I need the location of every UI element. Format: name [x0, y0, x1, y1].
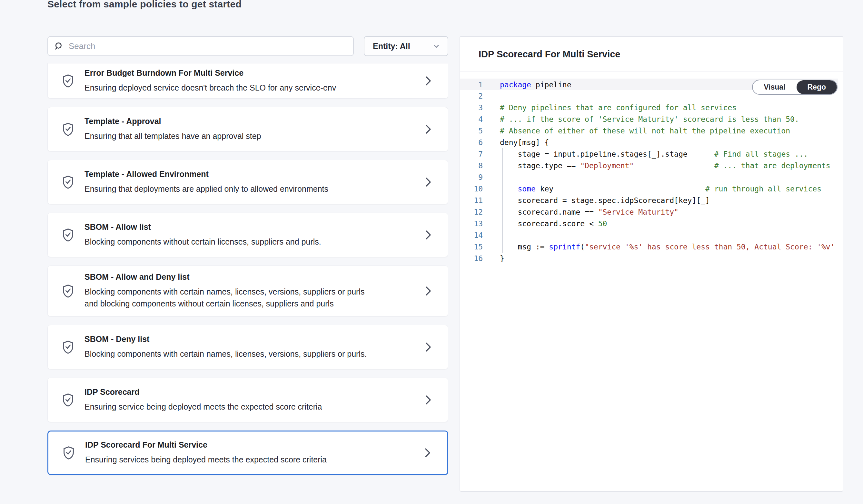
search-box [47, 36, 354, 56]
shield-check-icon [61, 283, 85, 299]
code-text: stage.type == "Deployment" # ... that ar… [483, 160, 830, 171]
code-text: msg := sprintf("service '%s' has score l… [483, 241, 835, 253]
code-line: 9 [460, 171, 843, 183]
policy-description: Ensuring that all templates have an appr… [85, 130, 375, 142]
policy-title: IDP Scorecard [85, 387, 375, 397]
code-text: } [483, 253, 504, 264]
policy-text: SBOM - Deny list Blocking components wit… [85, 335, 375, 360]
shield-check-icon [61, 174, 85, 190]
chevron-right-icon [424, 176, 435, 188]
code-text: # Absence of either of these will not ha… [483, 125, 790, 137]
policy-text: SBOM - Allow and Deny list Blocking comp… [85, 272, 375, 310]
policy-title: SBOM - Allow list [85, 222, 375, 232]
code-text [483, 230, 500, 241]
entity-filter-label: Entity: All [373, 41, 410, 51]
line-number: 7 [460, 148, 483, 160]
code-line: 6deny[msg] { [460, 137, 843, 148]
code-text: # Deny pipelines that are configured for… [483, 102, 737, 114]
policy-text: IDP Scorecard Ensuring service being dep… [85, 387, 375, 413]
policy-text: Template - Allowed Environment Ensuring … [85, 169, 375, 195]
policy-title: Error Budget Burndown For Multi Service [85, 68, 375, 78]
line-number: 16 [460, 253, 483, 264]
code-line: 12 scorecard.name == "Service Maturity" [460, 206, 843, 218]
line-number: 3 [460, 102, 483, 114]
policy-card[interactable]: Template - Approval Ensuring that all te… [47, 107, 448, 152]
code-line: 7 stage = input.pipeline.stages[_].stage… [460, 148, 843, 160]
code-text [483, 90, 500, 102]
indent-guide [502, 148, 503, 253]
policy-card[interactable]: IDP Scorecard For Multi Service Ensuring… [47, 430, 448, 475]
rego-code-editor[interactable]: 1package pipeline23# Deny pipelines that… [460, 79, 843, 484]
code-text: scorecard = stage.spec.idpScorecard[key]… [483, 195, 710, 206]
chevron-down-icon [432, 42, 440, 50]
code-text: deny[msg] { [483, 137, 549, 148]
code-line: 13 scorecard.score < 50 [460, 218, 843, 230]
policy-title: IDP Scorecard For Multi Service [85, 440, 375, 450]
policy-description: Blocking components with certain names, … [85, 286, 375, 310]
chevron-right-icon [424, 285, 435, 297]
code-text: scorecard.name == "Service Maturity" [483, 206, 678, 218]
code-text: stage = input.pipeline.stages[_].stage #… [483, 148, 808, 160]
code-text: scorecard.score < 50 [483, 218, 607, 230]
chevron-right-icon [424, 341, 435, 353]
policy-title: Template - Allowed Environment [85, 169, 375, 179]
detail-header: IDP Scorecard For Multi Service [460, 37, 843, 72]
policy-card[interactable]: Template - Allowed Environment Ensuring … [47, 160, 448, 204]
line-number: 8 [460, 160, 483, 171]
policy-text: Template - Approval Ensuring that all te… [85, 117, 375, 142]
toolbar: Entity: All [47, 36, 448, 56]
shield-check-icon [61, 227, 85, 243]
code-text: package pipeline [483, 79, 572, 90]
page-title: Select from sample policies to get start… [47, 0, 241, 10]
detail-title: IDP Scorecard For Multi Service [478, 49, 620, 60]
line-number: 6 [460, 137, 483, 148]
policy-title: SBOM - Deny list [85, 335, 375, 344]
policy-title: SBOM - Allow and Deny list [85, 272, 375, 282]
policy-text: SBOM - Allow list Blocking components wi… [85, 222, 375, 248]
policy-detail-panel: IDP Scorecard For Multi Service Visual R… [460, 36, 843, 492]
policy-card[interactable]: Error Budget Burndown For Multi Service … [47, 63, 448, 99]
editor-mode-toggle: Visual Rego [752, 80, 838, 95]
policy-card[interactable]: SBOM - Allow list Blocking components wi… [47, 213, 448, 257]
shield-check-icon [61, 73, 85, 89]
code-line: 14 [460, 230, 843, 241]
line-number: 10 [460, 183, 483, 195]
policy-text: IDP Scorecard For Multi Service Ensuring… [85, 440, 375, 466]
entity-filter-dropdown[interactable]: Entity: All [364, 36, 448, 56]
code-lines: 1package pipeline23# Deny pipelines that… [460, 79, 843, 264]
policy-description: Ensuring deployed service doesn't breach… [85, 82, 375, 94]
policy-card[interactable]: SBOM - Allow and Deny list Blocking comp… [47, 266, 448, 316]
code-line: 4# ... if the score of 'Service Maturity… [460, 114, 843, 125]
line-number: 2 [460, 90, 483, 102]
code-line: 3# Deny pipelines that are configured fo… [460, 102, 843, 114]
line-number: 12 [460, 206, 483, 218]
chevron-right-icon [424, 394, 435, 406]
code-text: some key # run through all services [483, 183, 822, 195]
chevron-right-icon [424, 75, 435, 87]
policy-description: Ensuring that deployments are applied on… [85, 183, 375, 195]
code-text [483, 171, 500, 183]
code-line: 8 stage.type == "Deployment" # ... that … [460, 160, 843, 171]
search-input[interactable] [69, 41, 347, 51]
code-line: 15 msg := sprintf("service '%s' has scor… [460, 241, 843, 253]
rego-toggle-button[interactable]: Rego [797, 80, 837, 94]
line-number: 11 [460, 195, 483, 206]
chevron-right-icon [424, 124, 435, 135]
code-line: 10 some key # run through all services [460, 183, 843, 195]
line-number: 4 [460, 114, 483, 125]
visual-toggle-button[interactable]: Visual [753, 80, 796, 94]
code-line: 5# Absence of either of these will not h… [460, 125, 843, 137]
code-text: # ... if the score of 'Service Maturity'… [483, 114, 799, 125]
shield-check-icon [61, 121, 85, 137]
policy-description: Ensuring service being deployed meets th… [85, 401, 375, 413]
chevron-right-icon [423, 447, 434, 458]
policy-description: Blocking components with certain names, … [85, 348, 375, 360]
policy-card[interactable]: IDP Scorecard Ensuring service being dep… [47, 378, 448, 422]
shield-check-icon [61, 445, 85, 461]
line-number: 15 [460, 241, 483, 253]
policy-card[interactable]: SBOM - Deny list Blocking components wit… [47, 325, 448, 369]
line-number: 13 [460, 218, 483, 230]
line-number: 1 [460, 79, 483, 90]
policy-description: Ensuring services being deployed meets t… [85, 454, 375, 466]
policy-description: Blocking components without certain lice… [85, 236, 375, 248]
